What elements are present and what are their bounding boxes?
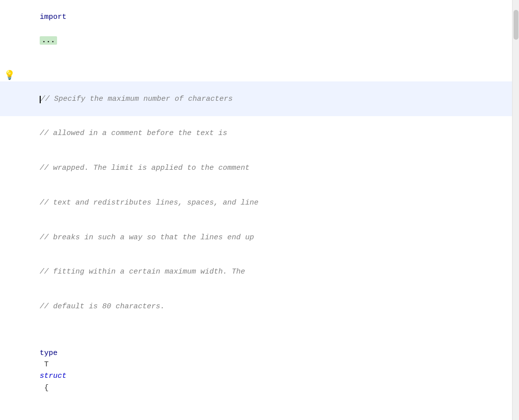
comment-text-3: // wrapped. The limit is applied to the …: [40, 164, 250, 172]
lightbulb-line: 💡: [0, 70, 512, 81]
comment-line-7: // default is 80 characters.: [0, 289, 512, 324]
editor-container: import ... 💡 // Specify the maximum numb…: [0, 0, 519, 420]
comment-line-3: // wrapped. The limit is applied to the …: [0, 151, 512, 186]
comment-line-5: // breaks in such a way so that the line…: [0, 220, 512, 255]
scrollbar-thumb[interactable]: [514, 10, 519, 40]
comment-text-1: // Specify the maximum number of charact…: [41, 95, 233, 103]
type-name: T: [40, 360, 53, 369]
code-area[interactable]: import ... 💡 // Specify the maximum numb…: [0, 0, 512, 420]
comment-line-2: // allowed in a comment before the text …: [0, 116, 512, 151]
comment-text-7: // default is 80 characters.: [40, 302, 165, 311]
comment-line-1: // Specify the maximum number of charact…: [0, 81, 512, 116]
import-keyword: import: [40, 13, 66, 21]
comment-text-6: // fitting within a certain maximum widt…: [40, 268, 245, 276]
comment-line-4: // text and redistributes lines, spaces,…: [0, 186, 512, 220]
field-email-line: —— Email string `json:"email" yaml:"emai…: [0, 405, 512, 420]
struct-keyword: struct: [40, 372, 66, 380]
empty-line-1: [0, 58, 512, 70]
import-line: import ...: [0, 0, 512, 58]
comment-text-4: // text and redistributes lines, spaces,…: [40, 199, 259, 207]
type-keyword: type: [40, 349, 58, 357]
type-struct-line: type T struct {: [0, 336, 512, 406]
import-space: [40, 25, 44, 33]
lightbulb-icon[interactable]: 💡: [4, 71, 15, 80]
field-email-dash: ——: [40, 418, 53, 420]
open-brace: {: [40, 384, 49, 392]
comment-text-5: // breaks in such a way so that the line…: [40, 233, 254, 242]
comment-text-2: // allowed in a comment before the text …: [40, 129, 227, 138]
import-ellipsis[interactable]: ...: [40, 36, 57, 45]
empty-line-2: [0, 324, 512, 336]
comment-line-6: // fitting within a certain maximum widt…: [0, 255, 512, 289]
scrollbar[interactable]: [512, 0, 519, 420]
